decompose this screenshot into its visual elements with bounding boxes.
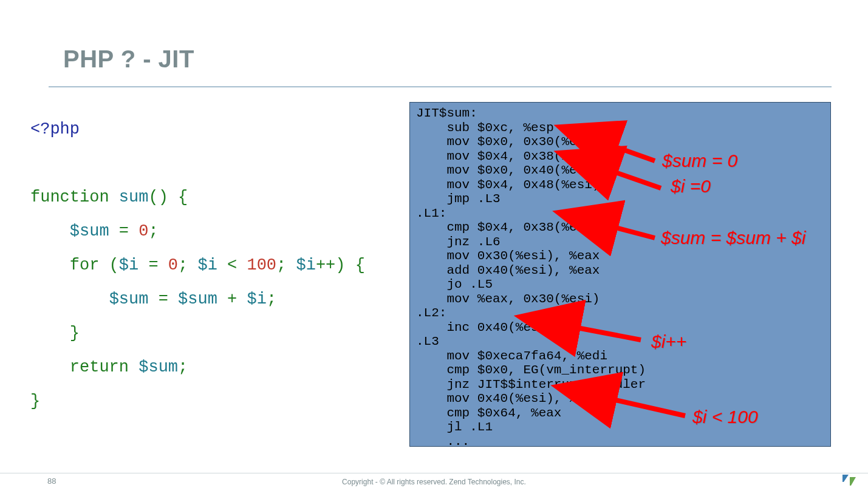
asm-l18: cmp $0x0, EG(vm_interrupt) <box>416 363 646 377</box>
asm-l5: mov $0x4, 0x48(%esi) <box>416 178 600 192</box>
annot-i-pp: $i++ <box>651 331 686 352</box>
asm-l17: mov $0xeca7fa64, %edi <box>416 349 607 363</box>
asm-panel: JIT$sum: sub $0xc, %esp mov $0x0, 0x30(%… <box>409 102 831 447</box>
php-plus: + <box>217 290 247 308</box>
asm-l16: .L3 <box>416 334 439 348</box>
php-var-i4: $i <box>247 290 266 308</box>
php-function-kw: function <box>30 188 109 206</box>
title-underline <box>49 86 832 87</box>
php-fn-paren: () { <box>148 188 188 206</box>
annot-sum-plus-i: $sum = $sum + $i <box>661 228 805 248</box>
php-lt: < <box>217 256 247 274</box>
annot-i-zero: $i =0 <box>671 176 711 197</box>
asm-l10: mov 0x30(%esi), %eax <box>416 249 600 263</box>
php-for-kw: for <box>70 256 100 274</box>
asm-l3: mov $0x4, 0x38(%esi) <box>416 149 600 163</box>
asm-l14: .L2: <box>416 306 446 320</box>
php-semi4: ; <box>178 358 188 376</box>
asm-l15: inc 0x40(%esi) <box>416 320 554 334</box>
php-sp-open: ( <box>99 256 118 274</box>
asm-l1: sub $0xc, %esp <box>416 121 554 135</box>
slide: PHP ? - JIT <?php function sum() { $sum … <box>0 0 868 488</box>
php-pp-close: ++) { <box>316 256 365 274</box>
asm-l20: mov 0x40(%esi), %eax <box>416 391 600 405</box>
php-var-i3: $i <box>296 256 315 274</box>
php-var-sum4: $sum <box>138 358 178 376</box>
footer: 88 Copyright - © All rights reserved. Ze… <box>0 473 868 488</box>
asm-l9: jnz .L6 <box>416 235 501 249</box>
asm-l0: JIT$sum: <box>416 106 477 120</box>
asm-l12: jo .L5 <box>416 277 493 291</box>
asm-l2: mov $0x0, 0x30(%esi) <box>416 135 600 149</box>
php-eq3: = <box>148 290 178 308</box>
asm-l11: add 0x40(%esi), %eax <box>416 263 600 277</box>
php-open-tag: <?php <box>30 120 80 138</box>
asm-l23: ... <box>416 435 470 449</box>
php-hundred: 100 <box>247 256 276 274</box>
zend-logo-icon <box>841 473 857 487</box>
php-semi: ; <box>148 222 158 240</box>
php-eq: = <box>109 222 139 240</box>
asm-l22: jl .L1 <box>416 420 493 434</box>
annot-i-lt-100: $i < 100 <box>692 407 758 427</box>
php-close1: } <box>70 324 80 342</box>
php-semi-sp2: ; <box>276 256 296 274</box>
php-function-name: sum <box>109 188 149 206</box>
asm-l6: jmp .L3 <box>416 192 501 206</box>
php-eq2: = <box>138 256 168 274</box>
asm-l13: mov %eax, 0x30(%esi) <box>416 292 600 306</box>
php-zero: 0 <box>138 222 148 240</box>
asm-l7: .L1: <box>416 206 446 220</box>
asm-l4: mov $0x0, 0x40(%esi) <box>416 163 600 177</box>
php-var-i2: $i <box>197 256 217 274</box>
php-var-sum: $sum <box>70 222 109 240</box>
php-return-kw: return <box>70 358 129 376</box>
asm-l21: cmp $0x64, %eax <box>416 406 561 420</box>
asm-l19: jnz JIT$$interrupt_handler <box>416 378 646 391</box>
php-var-sum3: $sum <box>178 290 217 308</box>
copyright-text: Copyright - © All rights reserved. Zend … <box>0 478 868 486</box>
php-var-i: $i <box>119 256 138 274</box>
php-var-sum2: $sum <box>109 290 149 308</box>
php-sp <box>129 358 138 376</box>
asm-l8: cmp $0x4, 0x38(%esi) <box>416 220 600 234</box>
php-zero2: 0 <box>168 256 178 274</box>
annot-sum-zero: $sum = 0 <box>662 151 737 171</box>
php-semi3: ; <box>267 290 276 308</box>
php-semi-sp: ; <box>178 256 197 274</box>
php-code-block: <?php function sum() { $sum = 0; for ($i… <box>30 112 365 418</box>
slide-title: PHP ? - JIT <box>63 46 194 73</box>
php-close2: } <box>30 392 40 410</box>
